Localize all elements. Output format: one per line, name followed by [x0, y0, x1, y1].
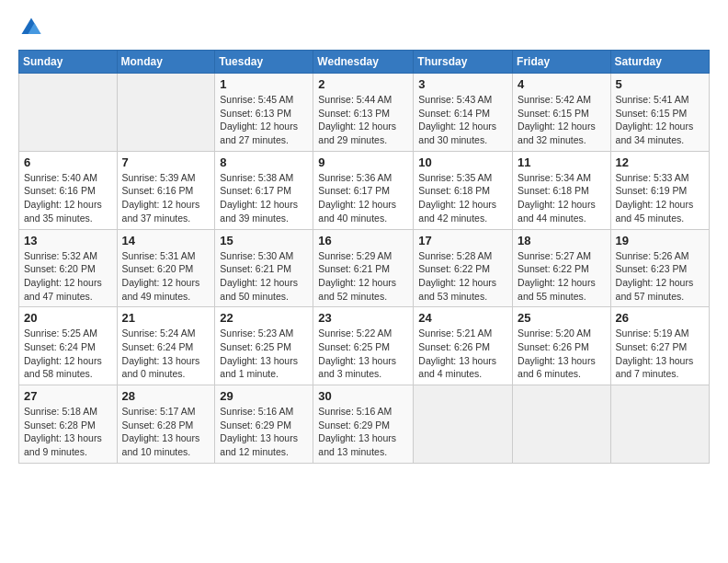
calendar-cell: 12Sunrise: 5:33 AM Sunset: 6:19 PM Dayli… [610, 151, 709, 229]
day-info: Sunrise: 5:25 AM Sunset: 6:24 PM Dayligh… [24, 327, 112, 381]
day-number: 9 [318, 155, 408, 169]
calendar-week-3: 13Sunrise: 5:32 AM Sunset: 6:20 PM Dayli… [19, 229, 710, 307]
calendar-cell: 29Sunrise: 5:16 AM Sunset: 6:29 PM Dayli… [215, 385, 313, 464]
day-info: Sunrise: 5:41 AM Sunset: 6:15 PM Dayligh… [616, 93, 704, 147]
day-number: 24 [418, 311, 507, 325]
day-info: Sunrise: 5:24 AM Sunset: 6:24 PM Dayligh… [122, 327, 210, 381]
calendar-cell: 7Sunrise: 5:39 AM Sunset: 6:16 PM Daylig… [117, 151, 215, 229]
calendar-cell: 1Sunrise: 5:45 AM Sunset: 6:13 PM Daylig… [215, 74, 313, 152]
day-info: Sunrise: 5:33 AM Sunset: 6:19 PM Dayligh… [616, 171, 704, 225]
calendar-cell: 4Sunrise: 5:42 AM Sunset: 6:15 PM Daylig… [513, 74, 611, 152]
calendar-cell: 22Sunrise: 5:23 AM Sunset: 6:25 PM Dayli… [215, 307, 313, 385]
calendar-cell: 8Sunrise: 5:38 AM Sunset: 6:17 PM Daylig… [215, 151, 313, 229]
day-number: 26 [616, 311, 704, 325]
calendar-table: SundayMondayTuesdayWednesdayThursdayFrid… [18, 50, 710, 464]
day-info: Sunrise: 5:34 AM Sunset: 6:18 PM Dayligh… [518, 171, 606, 225]
calendar-cell: 18Sunrise: 5:27 AM Sunset: 6:22 PM Dayli… [513, 229, 611, 307]
page: SundayMondayTuesdayWednesdayThursdayFrid… [0, 0, 728, 563]
day-number: 27 [24, 389, 112, 403]
calendar-cell [610, 385, 709, 464]
calendar-cell: 11Sunrise: 5:34 AM Sunset: 6:18 PM Dayli… [513, 151, 611, 229]
calendar-cell: 9Sunrise: 5:36 AM Sunset: 6:17 PM Daylig… [313, 151, 414, 229]
day-info: Sunrise: 5:45 AM Sunset: 6:13 PM Dayligh… [220, 93, 308, 147]
day-number: 8 [220, 155, 308, 169]
day-number: 18 [518, 234, 606, 247]
day-info: Sunrise: 5:20 AM Sunset: 6:26 PM Dayligh… [518, 327, 606, 381]
calendar-cell: 24Sunrise: 5:21 AM Sunset: 6:26 PM Dayli… [414, 307, 513, 385]
day-number: 15 [220, 234, 308, 247]
calendar-cell: 30Sunrise: 5:16 AM Sunset: 6:29 PM Dayli… [313, 385, 414, 464]
calendar-week-1: 1Sunrise: 5:45 AM Sunset: 6:13 PM Daylig… [19, 74, 710, 152]
weekday-sunday: Sunday [19, 51, 118, 74]
weekday-saturday: Saturday [610, 51, 709, 74]
day-info: Sunrise: 5:22 AM Sunset: 6:25 PM Dayligh… [318, 327, 408, 381]
calendar-cell [414, 385, 513, 464]
day-info: Sunrise: 5:31 AM Sunset: 6:20 PM Dayligh… [122, 249, 210, 304]
calendar-cell: 21Sunrise: 5:24 AM Sunset: 6:24 PM Dayli… [117, 307, 215, 385]
day-number: 10 [418, 155, 507, 169]
day-info: Sunrise: 5:29 AM Sunset: 6:21 PM Dayligh… [318, 249, 408, 304]
weekday-tuesday: Tuesday [215, 51, 313, 74]
header [18, 15, 710, 40]
day-number: 30 [318, 389, 408, 403]
day-number: 23 [318, 311, 408, 325]
calendar-week-2: 6Sunrise: 5:40 AM Sunset: 6:16 PM Daylig… [19, 151, 710, 229]
day-number: 13 [24, 234, 112, 247]
day-number: 2 [318, 77, 408, 91]
calendar-cell [19, 74, 118, 152]
day-number: 5 [616, 77, 704, 91]
weekday-monday: Monday [117, 51, 215, 74]
day-info: Sunrise: 5:16 AM Sunset: 6:29 PM Dayligh… [220, 405, 308, 459]
calendar-cell: 5Sunrise: 5:41 AM Sunset: 6:15 PM Daylig… [610, 74, 709, 152]
day-number: 6 [24, 155, 112, 169]
calendar-cell: 27Sunrise: 5:18 AM Sunset: 6:28 PM Dayli… [19, 385, 118, 464]
day-info: Sunrise: 5:19 AM Sunset: 6:27 PM Dayligh… [616, 327, 704, 381]
day-info: Sunrise: 5:18 AM Sunset: 6:28 PM Dayligh… [24, 405, 112, 459]
day-info: Sunrise: 5:35 AM Sunset: 6:18 PM Dayligh… [418, 171, 507, 225]
calendar-cell: 19Sunrise: 5:26 AM Sunset: 6:23 PM Dayli… [610, 229, 709, 307]
day-number: 12 [616, 155, 704, 169]
day-info: Sunrise: 5:36 AM Sunset: 6:17 PM Dayligh… [318, 171, 408, 225]
day-info: Sunrise: 5:21 AM Sunset: 6:26 PM Dayligh… [418, 327, 507, 381]
day-number: 21 [122, 311, 210, 325]
day-info: Sunrise: 5:23 AM Sunset: 6:25 PM Dayligh… [220, 327, 308, 381]
calendar-week-5: 27Sunrise: 5:18 AM Sunset: 6:28 PM Dayli… [19, 385, 710, 464]
day-number: 22 [220, 311, 308, 325]
logo-icon [18, 15, 44, 40]
day-info: Sunrise: 5:42 AM Sunset: 6:15 PM Dayligh… [518, 93, 606, 147]
calendar-cell: 2Sunrise: 5:44 AM Sunset: 6:13 PM Daylig… [313, 74, 414, 152]
day-info: Sunrise: 5:16 AM Sunset: 6:29 PM Dayligh… [318, 405, 408, 459]
day-info: Sunrise: 5:30 AM Sunset: 6:21 PM Dayligh… [220, 249, 308, 304]
day-info: Sunrise: 5:39 AM Sunset: 6:16 PM Dayligh… [122, 171, 210, 225]
day-info: Sunrise: 5:43 AM Sunset: 6:14 PM Dayligh… [418, 93, 507, 147]
day-number: 3 [418, 77, 507, 91]
day-number: 1 [220, 77, 308, 91]
calendar-cell: 3Sunrise: 5:43 AM Sunset: 6:14 PM Daylig… [414, 74, 513, 152]
calendar-cell [513, 385, 611, 464]
day-info: Sunrise: 5:38 AM Sunset: 6:17 PM Dayligh… [220, 171, 308, 225]
weekday-header-row: SundayMondayTuesdayWednesdayThursdayFrid… [19, 51, 710, 74]
calendar-cell: 15Sunrise: 5:30 AM Sunset: 6:21 PM Dayli… [215, 229, 313, 307]
day-info: Sunrise: 5:28 AM Sunset: 6:22 PM Dayligh… [418, 249, 507, 304]
day-info: Sunrise: 5:17 AM Sunset: 6:28 PM Dayligh… [122, 405, 210, 459]
day-info: Sunrise: 5:26 AM Sunset: 6:23 PM Dayligh… [616, 249, 704, 304]
calendar-cell: 10Sunrise: 5:35 AM Sunset: 6:18 PM Dayli… [414, 151, 513, 229]
calendar-cell: 16Sunrise: 5:29 AM Sunset: 6:21 PM Dayli… [313, 229, 414, 307]
calendar-cell: 26Sunrise: 5:19 AM Sunset: 6:27 PM Dayli… [610, 307, 709, 385]
day-info: Sunrise: 5:44 AM Sunset: 6:13 PM Dayligh… [318, 93, 408, 147]
day-number: 29 [220, 389, 308, 403]
day-number: 19 [616, 234, 704, 247]
day-number: 17 [418, 234, 507, 247]
calendar-cell: 20Sunrise: 5:25 AM Sunset: 6:24 PM Dayli… [19, 307, 118, 385]
calendar-cell: 23Sunrise: 5:22 AM Sunset: 6:25 PM Dayli… [313, 307, 414, 385]
day-info: Sunrise: 5:27 AM Sunset: 6:22 PM Dayligh… [518, 249, 606, 304]
day-number: 28 [122, 389, 210, 403]
calendar-cell: 25Sunrise: 5:20 AM Sunset: 6:26 PM Dayli… [513, 307, 611, 385]
day-number: 11 [518, 155, 606, 169]
day-info: Sunrise: 5:40 AM Sunset: 6:16 PM Dayligh… [24, 171, 112, 225]
calendar-cell: 6Sunrise: 5:40 AM Sunset: 6:16 PM Daylig… [19, 151, 118, 229]
calendar-cell: 14Sunrise: 5:31 AM Sunset: 6:20 PM Dayli… [117, 229, 215, 307]
logo [18, 15, 48, 40]
day-number: 7 [122, 155, 210, 169]
day-number: 20 [24, 311, 112, 325]
